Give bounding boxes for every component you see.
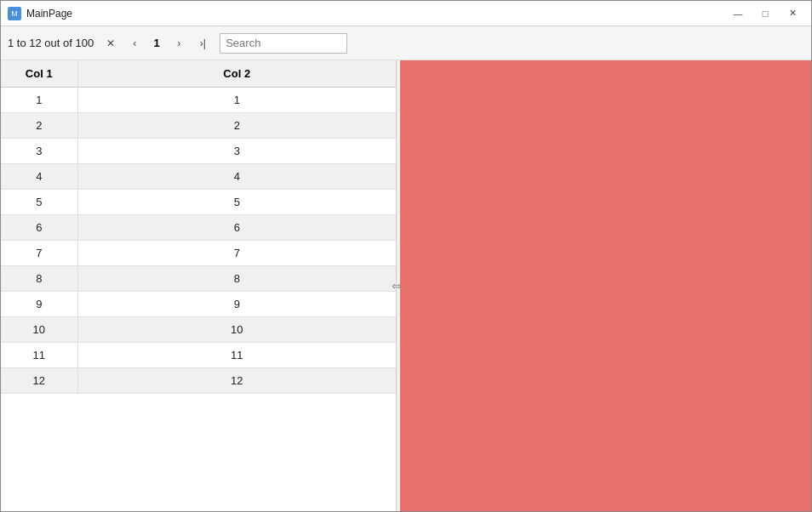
pagination-info: 1 to 12 out of 100 (8, 37, 94, 49)
col2-cell: 6 (77, 215, 396, 241)
col2-cell: 1 (77, 88, 396, 113)
col2-cell: 5 (77, 190, 396, 215)
table-row[interactable]: 55 (1, 190, 396, 215)
maximize-button[interactable]: □ (753, 6, 777, 21)
col2-cell: 8 (77, 266, 396, 292)
col1-cell: 1 (1, 88, 77, 113)
col1-cell: 6 (1, 215, 77, 241)
table-row[interactable]: 1212 (1, 368, 396, 394)
col1-header: Col 1 (1, 60, 77, 88)
table-row[interactable]: 1111 (1, 343, 396, 368)
col1-cell: 10 (1, 317, 77, 343)
col2-cell: 3 (77, 139, 396, 164)
resize-handle[interactable]: ⇔ (393, 60, 400, 511)
minimize-button[interactable]: — (726, 6, 750, 21)
col1-cell: 8 (1, 266, 77, 292)
table-panel: Col 1 Col 2 1122334455667788991010111112… (1, 60, 397, 511)
data-table: Col 1 Col 2 1122334455667788991010111112… (1, 60, 396, 394)
col1-cell: 11 (1, 343, 77, 368)
col1-cell: 9 (1, 292, 77, 317)
main-window: M MainPage — □ ✕ 1 to 12 out of 100 ✕ ‹ … (0, 0, 812, 512)
col2-cell: 10 (77, 317, 396, 343)
next-page-button[interactable]: › (169, 33, 189, 54)
current-page: 1 (148, 37, 165, 49)
col2-cell: 7 (77, 241, 396, 266)
clear-filter-button[interactable]: ✕ (100, 33, 121, 54)
red-panel (400, 60, 811, 511)
table-row[interactable]: 88 (1, 266, 396, 292)
table-row[interactable]: 1010 (1, 317, 396, 343)
table-row[interactable]: 99 (1, 292, 396, 317)
search-input[interactable] (220, 33, 347, 54)
col1-cell: 4 (1, 164, 77, 190)
table-row[interactable]: 33 (1, 139, 396, 164)
content-area: Col 1 Col 2 1122334455667788991010111112… (1, 60, 811, 511)
title-bar-left: M MainPage (8, 7, 72, 20)
table-row[interactable]: 66 (1, 215, 396, 241)
table-row[interactable]: 77 (1, 241, 396, 266)
app-icon: M (8, 7, 21, 20)
col1-cell: 5 (1, 190, 77, 215)
table-row[interactable]: 22 (1, 113, 396, 139)
col1-cell: 12 (1, 368, 77, 394)
col2-cell: 2 (77, 113, 396, 139)
close-button[interactable]: ✕ (781, 6, 804, 21)
last-page-button[interactable]: ›| (192, 33, 213, 54)
col1-cell: 3 (1, 139, 77, 164)
col1-cell: 2 (1, 113, 77, 139)
table-row[interactable]: 44 (1, 164, 396, 190)
table-row[interactable]: 11 (1, 88, 396, 113)
col2-cell: 12 (77, 368, 396, 394)
toolbar: 1 to 12 out of 100 ✕ ‹ 1 › ›| (1, 26, 811, 60)
col2-cell: 4 (77, 164, 396, 190)
col2-cell: 9 (77, 292, 396, 317)
col2-header: Col 2 (77, 60, 396, 88)
title-bar-controls: — □ ✕ (726, 6, 804, 21)
window-title: MainPage (26, 8, 72, 20)
col1-cell: 7 (1, 241, 77, 266)
title-bar: M MainPage — □ ✕ (1, 1, 811, 26)
col2-cell: 11 (77, 343, 396, 368)
prev-page-button[interactable]: ‹ (124, 33, 145, 54)
